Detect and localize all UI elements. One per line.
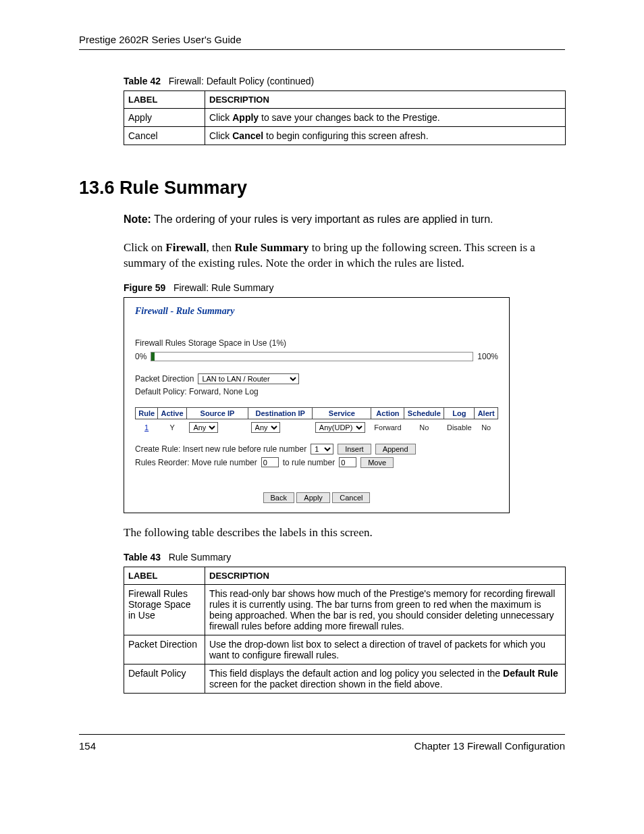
figure59-caption: Figure 59 Firewall: Rule Summary bbox=[124, 282, 565, 293]
table-row: Cancel Click Cancel to begin configuring… bbox=[124, 127, 566, 145]
table43-head-label: LABEL bbox=[124, 567, 205, 584]
chapter-label: Chapter 13 Firewall Configuration bbox=[414, 740, 565, 752]
table43: LABEL DESCRIPTION Firewall Rules Storage… bbox=[124, 567, 566, 694]
append-button[interactable]: Append bbox=[375, 444, 416, 454]
table43-r0-label: Firewall Rules Storage Space in Use bbox=[124, 584, 205, 635]
table43-caption: Table 43 Rule Summary bbox=[124, 552, 565, 563]
rules-th-dest: Destination IP bbox=[248, 407, 313, 419]
figure59-box: Firewall - Rule Summary Firewall Rules S… bbox=[124, 297, 510, 513]
intro-paragraph: Click on Firewall, then Rule Summary to … bbox=[124, 240, 565, 271]
rules-th-alert: Alert bbox=[475, 407, 498, 419]
page-footer: 154 Chapter 13 Firewall Configuration bbox=[79, 734, 565, 752]
reorder-to-input[interactable] bbox=[339, 457, 356, 467]
table42: LABEL DESCRIPTION Apply Click Apply to s… bbox=[124, 90, 566, 145]
figure59-title: Firewall - Rule Summary bbox=[124, 298, 509, 321]
back-button[interactable]: Back bbox=[263, 492, 294, 503]
bar-right-label: 100% bbox=[477, 352, 498, 361]
reorder-label: Rules Reorder: Move rule number bbox=[135, 458, 257, 467]
packet-direction-label: Packet Direction bbox=[135, 374, 194, 384]
table42-r0-label: Apply bbox=[124, 109, 205, 127]
rule-alert: No bbox=[475, 419, 498, 436]
rules-th-source: Source IP bbox=[186, 407, 248, 419]
rules-th-schedule: Schedule bbox=[404, 407, 444, 419]
dest-ip-select[interactable]: Any bbox=[251, 422, 280, 433]
source-ip-select[interactable]: Any bbox=[189, 422, 218, 433]
section-heading: 13.6 Rule Summary bbox=[79, 178, 565, 199]
rule-number-link[interactable]: 1 bbox=[144, 423, 149, 432]
note-line: Note: The ordering of your rules is very… bbox=[124, 213, 565, 226]
table42-caption-text: Firewall: Default Policy (continued) bbox=[169, 76, 315, 86]
packet-direction-select[interactable]: LAN to LAN / Router bbox=[198, 373, 299, 384]
table43-r2-label: Default Policy bbox=[124, 664, 205, 693]
rules-th-rule: Rule bbox=[136, 407, 158, 419]
table-row: Firewall Rules Storage Space in Use This… bbox=[124, 584, 566, 635]
table-row: Apply Click Apply to save your changes b… bbox=[124, 109, 566, 127]
table42-r1-desc: Click Cancel to begin configuring this s… bbox=[205, 127, 566, 145]
reorder-from-input[interactable] bbox=[261, 457, 279, 467]
move-button[interactable]: Move bbox=[360, 457, 394, 468]
table-row: 1 Y Any Any Any(UDP) Forward No Disable … bbox=[136, 419, 498, 436]
rule-active: Y bbox=[158, 419, 187, 436]
storage-bar bbox=[151, 352, 473, 361]
table42-head-label: LABEL bbox=[124, 91, 205, 109]
table42-caption-num: Table 42 bbox=[124, 76, 161, 86]
rules-table: Rule Active Source IP Destination IP Ser… bbox=[135, 407, 498, 436]
table43-r1-label: Packet Direction bbox=[124, 635, 205, 664]
rule-log: Disable bbox=[444, 419, 475, 436]
reorder-mid-label: to rule number bbox=[283, 458, 335, 467]
after-figure-paragraph: The following table describes the labels… bbox=[124, 525, 565, 541]
rule-schedule: No bbox=[404, 419, 444, 436]
service-select[interactable]: Any(UDP) bbox=[315, 422, 365, 433]
bar-left-label: 0% bbox=[135, 352, 146, 361]
table42-head-desc: DESCRIPTION bbox=[205, 91, 566, 109]
table-row: Default Policy This field displays the d… bbox=[124, 664, 566, 693]
cancel-button[interactable]: Cancel bbox=[332, 492, 370, 503]
create-rule-label: Create Rule: Insert new rule before rule… bbox=[135, 444, 306, 454]
default-policy-text: Default Policy: Forward, None Log bbox=[135, 387, 259, 396]
table43-r1-desc: Use the drop-down list box to select a d… bbox=[205, 635, 566, 664]
table42-caption: Table 42 Firewall: Default Policy (conti… bbox=[124, 76, 565, 86]
rules-th-log: Log bbox=[444, 407, 475, 419]
table42-r0-desc: Click Apply to save your changes back to… bbox=[205, 109, 566, 127]
rules-th-active: Active bbox=[158, 407, 187, 419]
table43-head-desc: DESCRIPTION bbox=[205, 567, 566, 584]
page-number: 154 bbox=[79, 740, 96, 752]
rule-action: Forward bbox=[371, 419, 404, 436]
rules-th-action: Action bbox=[371, 407, 404, 419]
apply-button[interactable]: Apply bbox=[296, 492, 330, 503]
table-row: Packet Direction Use the drop-down list … bbox=[124, 635, 566, 664]
table43-r0-desc: This read-only bar shows how much of the… bbox=[205, 584, 566, 635]
page-header: Prestige 2602R Series User's Guide bbox=[79, 34, 565, 50]
table42-r1-label: Cancel bbox=[124, 127, 205, 145]
storage-bar-fill bbox=[151, 353, 155, 361]
storage-label: Firewall Rules Storage Space in Use (1%) bbox=[135, 338, 498, 348]
table43-r2-desc: This field displays the default action a… bbox=[205, 664, 566, 693]
rules-th-service: Service bbox=[313, 407, 371, 419]
create-rule-number-select[interactable]: 1 bbox=[311, 444, 333, 454]
insert-button[interactable]: Insert bbox=[338, 444, 371, 454]
